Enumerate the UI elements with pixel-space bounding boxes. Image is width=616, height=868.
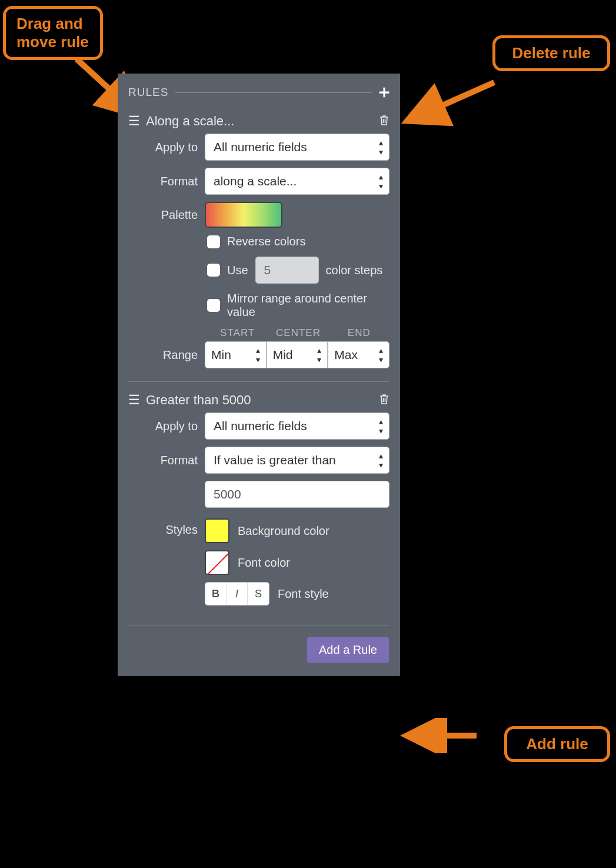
chevron-updown-icon: ▴▾ bbox=[379, 417, 383, 435]
mirror-range-checkbox[interactable] bbox=[207, 299, 220, 312]
range-end-select[interactable]: Max ▴▾ bbox=[328, 341, 389, 368]
format-select[interactable]: along a scale... ▴▾ bbox=[205, 168, 389, 195]
range-end-value: Max bbox=[334, 348, 358, 362]
delete-rule-icon[interactable] bbox=[379, 393, 389, 408]
chevron-updown-icon: ▴▾ bbox=[317, 345, 321, 364]
svg-line-3 bbox=[412, 82, 494, 119]
font-style-italic-button[interactable]: I bbox=[227, 583, 248, 605]
range-label: Range bbox=[144, 348, 198, 362]
use-label: Use bbox=[227, 264, 248, 277]
add-rule-icon[interactable]: ➕︎ bbox=[379, 84, 389, 101]
rule-item: ☰ Along a scale... Apply to All numeric … bbox=[128, 109, 389, 368]
apply-to-select[interactable]: All numeric fields ▴▾ bbox=[205, 134, 389, 161]
font-style-group: B I S bbox=[205, 582, 269, 606]
range-start-value: Min bbox=[211, 348, 231, 362]
reverse-colors-checkbox[interactable] bbox=[207, 235, 220, 248]
range-header-end: END bbox=[329, 327, 389, 339]
format-label: Format bbox=[144, 454, 198, 467]
divider-line bbox=[175, 92, 372, 93]
font-style-strike-button[interactable]: S bbox=[248, 583, 269, 605]
use-steps-checkbox[interactable] bbox=[207, 264, 220, 277]
chevron-updown-icon: ▴▾ bbox=[379, 451, 383, 470]
font-color-label: Font color bbox=[238, 556, 290, 570]
font-color-swatch[interactable] bbox=[205, 550, 229, 575]
chevron-updown-icon: ▴▾ bbox=[379, 172, 383, 191]
styles-label: Styles bbox=[144, 518, 198, 537]
delete-rule-icon[interactable] bbox=[379, 114, 389, 129]
background-color-swatch[interactable] bbox=[205, 518, 229, 543]
rules-title: RULES bbox=[128, 86, 168, 99]
drag-handle-icon[interactable]: ☰ bbox=[128, 115, 140, 128]
drag-handle-icon[interactable]: ☰ bbox=[128, 394, 140, 407]
threshold-value-input[interactable] bbox=[205, 481, 389, 508]
rule-divider bbox=[128, 381, 389, 382]
background-color-label: Background color bbox=[238, 524, 329, 538]
rule-name: Greater than 5000 bbox=[146, 393, 373, 408]
rule-divider bbox=[128, 626, 389, 626]
mirror-range-label: Mirror range around center value bbox=[227, 292, 380, 319]
format-select[interactable]: If value is greater than ▴▾ bbox=[205, 447, 389, 474]
add-rule-button[interactable]: Add a Rule bbox=[307, 637, 389, 663]
chevron-updown-icon: ▴▾ bbox=[256, 345, 260, 364]
chevron-updown-icon: ▴▾ bbox=[379, 345, 383, 364]
apply-to-label: Apply to bbox=[144, 141, 198, 154]
range-header-center: CENTER bbox=[268, 327, 328, 339]
apply-to-value: All numeric fields bbox=[214, 419, 307, 433]
callout-drag-move: Drag and move rule bbox=[3, 6, 103, 60]
rule-item: ☰ Greater than 5000 Apply to All numeric… bbox=[128, 388, 389, 613]
reverse-colors-label: Reverse colors bbox=[227, 235, 305, 248]
arrow-delete bbox=[400, 77, 518, 135]
range-start-select[interactable]: Min ▴▾ bbox=[205, 341, 267, 368]
font-style-bold-button[interactable]: B bbox=[205, 583, 227, 605]
font-style-label: Font style bbox=[278, 587, 329, 601]
range-header-start: START bbox=[207, 327, 268, 339]
arrow-add bbox=[400, 718, 500, 753]
palette-label: Palette bbox=[144, 208, 198, 222]
callout-delete: Delete rule bbox=[492, 35, 610, 71]
format-label: Format bbox=[144, 175, 198, 188]
apply-to-select[interactable]: All numeric fields ▴▾ bbox=[205, 413, 389, 440]
apply-to-label: Apply to bbox=[144, 420, 198, 433]
apply-to-value: All numeric fields bbox=[214, 140, 307, 154]
steps-suffix-label: color steps bbox=[326, 264, 383, 277]
format-value: along a scale... bbox=[214, 174, 297, 188]
color-steps-input[interactable] bbox=[255, 257, 319, 284]
range-center-select[interactable]: Mid ▴▾ bbox=[267, 341, 328, 368]
range-center-value: Mid bbox=[273, 348, 293, 362]
callout-add: Add rule bbox=[504, 726, 610, 762]
rules-panel: RULES ➕︎ ☰ Along a scale... Apply to All… bbox=[118, 74, 400, 676]
palette-gradient-swatch[interactable] bbox=[205, 202, 282, 228]
rules-section-header: RULES ➕︎ bbox=[128, 84, 389, 101]
rule-name: Along a scale... bbox=[146, 114, 373, 129]
chevron-updown-icon: ▴▾ bbox=[379, 138, 383, 157]
format-value: If value is greater than bbox=[214, 453, 336, 467]
